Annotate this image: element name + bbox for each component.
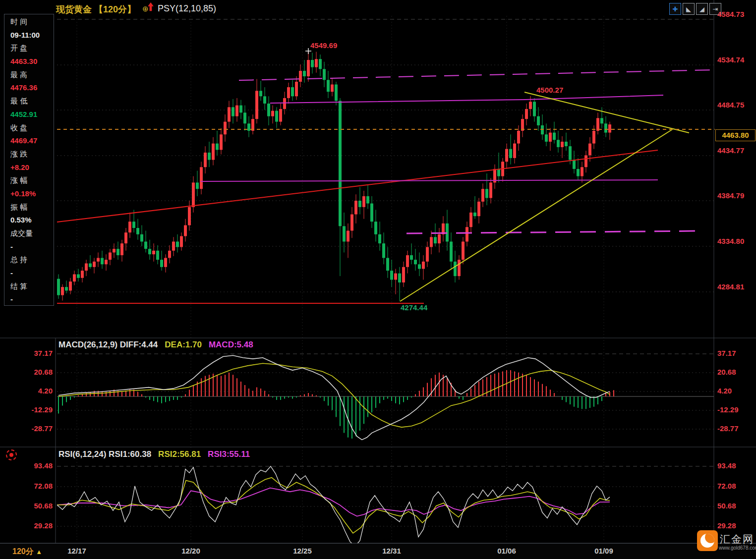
macd-axis-label: 4.20: [717, 387, 732, 395]
period-selector[interactable]: 120分 ▲: [12, 547, 42, 557]
rsi-header: RSI(6,12,24) RSI1:60.38 RSI2:56.81 RSI3:…: [58, 449, 250, 459]
rsi-axis-label: 93.48: [0, 461, 53, 470]
quote-field-label: 收 盘: [10, 121, 54, 135]
price-axis-label: 4584.73: [717, 10, 744, 18]
toolbar-crosshair-move-button[interactable]: ✚: [669, 3, 681, 15]
quote-field-label: 涨 幅: [10, 174, 54, 187]
rsi-axis-label: 29.28: [0, 521, 53, 530]
rsi3-value: RSI3:55.11: [208, 449, 250, 459]
site-logo: [697, 530, 718, 551]
rsi-axis-label: 50.68: [0, 502, 53, 510]
period-arrow-icon: ▲: [36, 548, 42, 556]
rsi-axis-label: 29.28: [717, 521, 736, 530]
lower-magenta-dashed: [407, 231, 701, 233]
macd-axis-label: 4.20: [0, 387, 53, 395]
quote-field-value: -: [10, 240, 54, 254]
quote-field-label: 最 高: [10, 68, 54, 82]
date-tick-label: 01/06: [497, 547, 516, 555]
quote-field-label: 振 幅: [10, 201, 54, 214]
quote-field-value: +0.18%: [10, 187, 54, 201]
macd-axis-label: -28.77: [0, 424, 53, 433]
macd-header: MACD(26,12,9) DIFF:4.44 DEA:1.70 MACD:5.…: [58, 340, 253, 350]
macd-title: MACD(26,12,9) DIFF:4.44: [58, 340, 158, 350]
quote-field-value: 4463.30: [10, 55, 54, 68]
time-axis-bar: [0, 543, 756, 559]
macd-axis-label: -28.77: [717, 424, 739, 433]
macd-dea-value: DEA:1.70: [165, 340, 202, 350]
mid-resistance-magenta: [270, 95, 663, 103]
low-price-annotation: 4274.44: [401, 303, 427, 312]
price-axis-label: 4284.81: [717, 282, 744, 291]
swing-high-annotation: 4500.27: [536, 86, 563, 94]
price-axis-label: 4534.74: [717, 56, 744, 64]
macd-axis-label: 37.17: [0, 349, 53, 357]
quote-sidebar: 时 间09-11:00开 盘4463.30最 高4476.36最 低4452.9…: [4, 14, 54, 306]
quote-field-value: 4469.47: [10, 134, 54, 148]
quote-field-value: -: [10, 267, 54, 280]
period-label: 120分: [12, 547, 34, 556]
price-axis-label: 4334.80: [717, 237, 744, 245]
rsi-axis-label: 50.68: [717, 502, 736, 510]
rsi-axis-label: 72.08: [0, 482, 53, 490]
quote-field-value: 4476.36: [10, 81, 54, 95]
alert-sun-icon[interactable]: [6, 449, 17, 460]
macd-axis-label: -12.29: [717, 405, 739, 414]
high-price-annotation: 4549.69: [310, 41, 337, 50]
upper-resistance-magenta-dashed: [239, 70, 714, 80]
rsi2-value: RSI2:56.81: [158, 449, 201, 459]
trading-terminal: 现货黄金 【120分】 ⊕ PSY(12,10,85) ✚◣◢⇥ 时 间09-1…: [0, 0, 756, 559]
quote-field-label: 成交量: [10, 227, 54, 240]
site-name: 汇金网: [720, 532, 754, 546]
macd-axis-label: 20.68: [0, 368, 53, 376]
quote-field-label: 总 持: [10, 253, 54, 267]
date-tick-label: 12/20: [181, 547, 200, 555]
rsi-axis-label: 72.08: [717, 482, 736, 490]
chart-toolbar: ✚◣◢⇥: [669, 3, 721, 15]
chart-canvas[interactable]: [0, 0, 756, 559]
up-arrow-icon: [147, 2, 154, 12]
instrument-title: 现货黄金 【120分】: [56, 3, 136, 15]
macd-axis-label: 20.68: [717, 368, 736, 376]
quote-field-label: 开 盘: [10, 42, 54, 55]
price-axis-label: 4484.75: [717, 101, 744, 109]
quote-field-value: 09-11:00: [10, 29, 54, 42]
quote-field-value: 0.53%: [10, 214, 54, 227]
date-tick-label: 12/25: [293, 547, 312, 555]
rsi-title: RSI(6,12,24) RSI1:60.38: [58, 449, 151, 459]
macd-axis-label: -12.29: [0, 405, 53, 414]
horizontal-magenta: [201, 180, 658, 181]
rsi-axis-label: 93.48: [717, 461, 736, 470]
date-tick-label: 01/09: [594, 547, 613, 555]
indicator-name: PSY(12,10,85): [158, 3, 216, 14]
current-price-badge: 4463.80: [715, 129, 756, 141]
quote-field-label: 时 间: [10, 15, 54, 29]
date-tick-label: 12/17: [67, 547, 86, 555]
date-tick-label: 12/31: [382, 547, 401, 555]
macd-macd-value: MACD:5.48: [209, 340, 253, 350]
price-axis-label: 4384.79: [717, 191, 744, 200]
wedge-lower-yellow: [400, 129, 673, 301]
toolbar-axis-flag-right-button[interactable]: ◢: [696, 3, 708, 15]
quote-field-label: 结 算: [10, 280, 54, 293]
quote-field-value: +8.20: [10, 161, 54, 174]
site-url: www.gold678.com: [719, 545, 756, 551]
price-axis-label: 4434.77: [717, 146, 744, 155]
quote-field-label: 涨 跌: [10, 148, 54, 161]
toolbar-axis-flag-left-button[interactable]: ◣: [683, 3, 695, 15]
quote-field-value: 4452.91: [10, 108, 54, 121]
macd-axis-label: 37.17: [717, 349, 736, 357]
quote-field-label: 最 低: [10, 95, 54, 108]
quote-field-value: -: [10, 293, 54, 306]
